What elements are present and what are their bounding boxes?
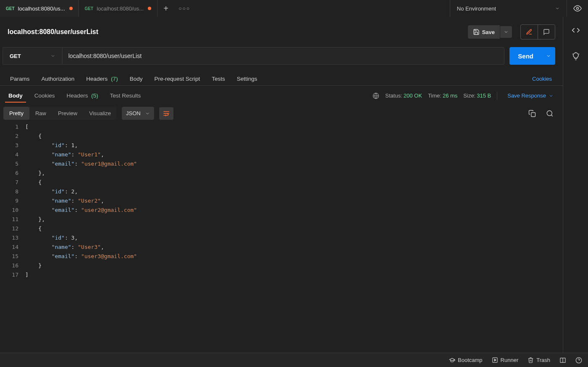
resp-headers-count: (5): [91, 92, 98, 99]
request-tabs: Params Authorization Headers (7) Body Pr…: [0, 69, 563, 86]
response-meta: Status:200 OK Time:26 ms Size:315 B Save…: [373, 92, 560, 100]
tab-title: localhost:8080/us...: [18, 5, 65, 12]
cookies-link[interactable]: Cookies: [532, 76, 559, 82]
svg-line-7: [551, 115, 552, 116]
tab-method: GET: [85, 6, 94, 11]
chevron-down-icon: [50, 53, 55, 58]
send-dropdown-button[interactable]: [542, 47, 555, 65]
svg-marker-12: [494, 359, 496, 361]
tab-overflow-button[interactable]: ○○○: [174, 5, 194, 11]
http-method-selector[interactable]: GET: [3, 47, 62, 65]
svg-point-0: [577, 8, 579, 10]
tab-authorization[interactable]: Authorization: [36, 72, 81, 85]
bootcamp-button[interactable]: Bootcamp: [449, 357, 483, 363]
line-gutter: 1234567891011121314151617: [0, 122, 25, 280]
help-button[interactable]: [575, 357, 582, 364]
svg-rect-5: [531, 112, 536, 116]
request-tab-1[interactable]: GET localhost:8080/us...: [0, 0, 79, 17]
new-tab-button[interactable]: +: [158, 4, 174, 13]
send-label: Send: [518, 53, 533, 60]
view-mode-segment: Pretty Raw Preview Visualize: [3, 107, 117, 120]
request-tab-2[interactable]: GET localhost:8080/us...: [79, 0, 158, 17]
comments-button[interactable]: [538, 25, 555, 39]
url-input[interactable]: [62, 47, 505, 65]
svg-point-15: [576, 357, 581, 363]
view-pretty[interactable]: Pretty: [3, 107, 29, 120]
headers-count: (7): [111, 76, 118, 82]
runner-button[interactable]: Runner: [492, 357, 519, 363]
trash-button[interactable]: Trash: [528, 357, 550, 363]
action-group: [520, 24, 555, 40]
save-button[interactable]: Save: [468, 25, 500, 39]
top-tabbar: GET localhost:8080/us... GET localhost:8…: [0, 0, 588, 17]
response-body-code: [ { "id": 1, "name": "User1", "email": "…: [25, 122, 137, 280]
tab-headers[interactable]: Headers (7): [80, 72, 123, 85]
resp-tab-headers[interactable]: Headers (5): [61, 89, 104, 102]
tab-tests[interactable]: Tests: [206, 72, 231, 85]
tips-button[interactable]: [572, 52, 580, 61]
svg-point-6: [547, 111, 552, 116]
globe-icon[interactable]: [373, 92, 379, 99]
format-selector[interactable]: JSON: [122, 107, 154, 120]
tab-params[interactable]: Params: [4, 72, 36, 85]
view-visualize[interactable]: Visualize: [83, 107, 117, 120]
request-title-bar: localhost:8080/user/userList Save: [0, 17, 563, 47]
edit-button[interactable]: [521, 25, 538, 39]
tab-prerequest[interactable]: Pre-request Script: [148, 72, 206, 85]
environment-label: No Environment: [457, 5, 496, 12]
status-value: 200 OK: [404, 92, 422, 99]
view-raw[interactable]: Raw: [29, 107, 52, 120]
request-title: localhost:8080/user/userList: [8, 28, 98, 36]
tab-title: localhost:8080/us...: [97, 5, 144, 12]
wrap-lines-button[interactable]: [159, 107, 173, 120]
statusbar: Bootcamp Runner Trash: [0, 353, 588, 367]
unsaved-dot-icon: [148, 7, 151, 10]
environment-selector[interactable]: No Environment: [450, 0, 567, 17]
unsaved-dot-icon: [69, 7, 73, 10]
size-value: 315 B: [477, 92, 491, 99]
time-value: 26 ms: [443, 92, 457, 99]
two-pane-button[interactable]: [559, 357, 566, 364]
environment-quicklook-button[interactable]: [567, 4, 588, 13]
search-response-button[interactable]: [543, 107, 556, 120]
chevron-down-icon: [555, 6, 560, 11]
resp-tab-testresults[interactable]: Test Results: [104, 89, 147, 102]
resp-tab-cookies[interactable]: Cookies: [29, 89, 61, 102]
request-url-bar: GET Send: [0, 47, 563, 69]
response-body-editor[interactable]: 1234567891011121314151617 [ { "id": 1, "…: [0, 120, 563, 280]
svg-line-10: [578, 54, 579, 54]
tab-settings[interactable]: Settings: [231, 72, 263, 85]
svg-line-9: [572, 54, 573, 54]
right-rail: [563, 17, 588, 353]
save-dropdown-button[interactable]: [500, 26, 512, 38]
save-response-button[interactable]: Save Response: [507, 92, 554, 99]
response-view-controls: Pretty Raw Preview Visualize JSON: [0, 103, 563, 120]
view-preview[interactable]: Preview: [52, 107, 83, 120]
send-button[interactable]: Send: [509, 47, 542, 65]
copy-response-button[interactable]: [526, 107, 538, 120]
http-method-value: GET: [10, 53, 21, 59]
response-tabs: Body Cookies Headers (5) Test Results St…: [0, 86, 563, 103]
tab-method: GET: [6, 6, 15, 11]
resp-tab-body[interactable]: Body: [3, 89, 29, 102]
format-value: JSON: [126, 110, 141, 116]
code-snippet-button[interactable]: [572, 26, 580, 34]
save-label: Save: [482, 29, 495, 35]
tab-body[interactable]: Body: [124, 72, 149, 85]
